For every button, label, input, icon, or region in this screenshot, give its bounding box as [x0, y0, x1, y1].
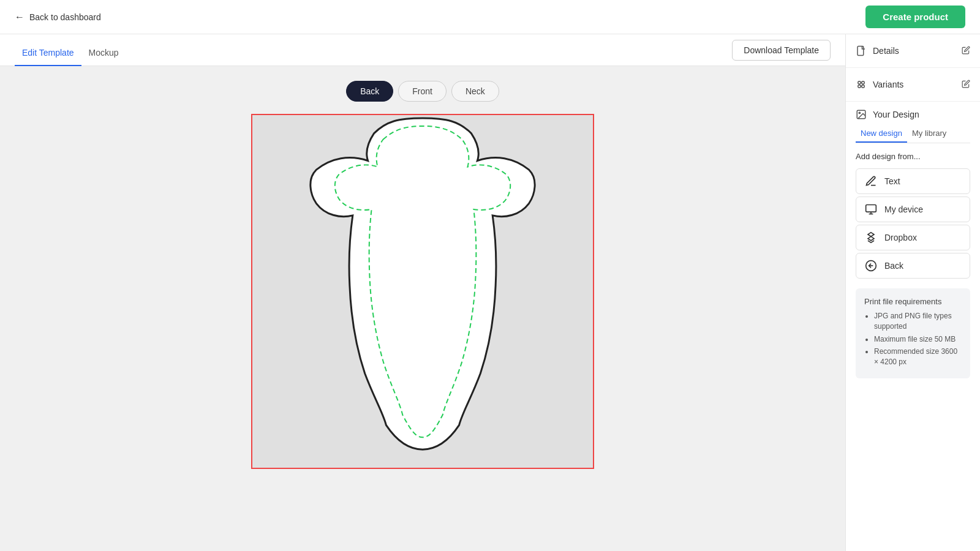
sidebar: Details Variants [845, 34, 980, 551]
sidebar-item-details[interactable]: Details [856, 42, 970, 60]
view-buttons: Back Front Neck [346, 81, 499, 102]
details-label: Details [873, 46, 899, 56]
back-option-label: Back [884, 261, 903, 271]
canvas-area: Back Front Neck [0, 66, 845, 551]
tab-mockup[interactable]: Mockup [81, 48, 126, 66]
main-layout: Edit Template Mockup Download Template B… [0, 34, 980, 551]
design-tab-new[interactable]: New design [856, 125, 907, 143]
sidebar-section-variants: Variants [846, 68, 980, 102]
text-option-label: Text [884, 176, 900, 186]
print-req-item-3: Recommended size 3600 × 4200 px [874, 347, 962, 367]
back-circle-icon [865, 260, 877, 272]
sidebar-item-variants[interactable]: Variants [856, 75, 970, 94]
variants-label: Variants [873, 80, 903, 89]
design-option-dropbox[interactable]: Dropbox [856, 225, 970, 250]
svg-point-7 [859, 112, 860, 113]
svg-rect-8 [866, 205, 876, 212]
top-nav: ← Back to dashboard Create product [0, 0, 980, 34]
your-design-section: Your Design New design My library Add de… [846, 102, 980, 281]
print-requirements: Print file requirements JPG and PNG file… [856, 288, 970, 378]
your-design-label: Your Design [873, 110, 919, 119]
print-req-item-1: JPG and PNG file types supported [874, 311, 962, 332]
svg-rect-1 [858, 47, 864, 56]
garment-svg [252, 115, 593, 468]
svg-point-5 [862, 85, 865, 88]
document-icon [856, 45, 867, 56]
back-to-dashboard-label: Back to dashboard [29, 12, 101, 22]
dropbox-option-label: Dropbox [884, 233, 917, 242]
my-device-option-label: My device [884, 204, 923, 214]
template-canvas [251, 114, 594, 469]
design-tab-library[interactable]: My library [907, 125, 951, 143]
sidebar-section-details: Details [846, 34, 980, 68]
variants-icon [856, 79, 867, 90]
design-option-my-device[interactable]: My device [856, 197, 970, 222]
your-design-header: Your Design [846, 102, 980, 120]
design-tabs: New design My library [856, 125, 970, 143]
content-area: Edit Template Mockup Download Template B… [0, 34, 845, 551]
add-design-from-label: Add design from... [846, 143, 980, 166]
design-option-back[interactable]: Back [856, 253, 970, 279]
tabs: Edit Template Mockup [15, 34, 126, 66]
dropbox-icon [865, 231, 877, 244]
svg-point-4 [858, 85, 861, 88]
your-design-icon [856, 109, 867, 120]
print-req-item-2: Maximum file size 50 MB [874, 334, 962, 345]
svg-point-2 [858, 81, 861, 84]
monitor-icon [865, 203, 877, 216]
back-to-dashboard-link[interactable]: ← Back to dashboard [15, 12, 101, 23]
variants-edit-icon[interactable] [962, 80, 970, 90]
tab-edit-template[interactable]: Edit Template [15, 48, 81, 66]
download-template-button[interactable]: Download Template [732, 40, 831, 61]
view-front-button[interactable]: Front [398, 81, 447, 102]
view-back-button[interactable]: Back [346, 81, 393, 102]
details-edit-icon[interactable] [962, 46, 970, 56]
print-req-list: JPG and PNG file types supported Maximum… [864, 311, 962, 367]
pencil-icon [865, 175, 877, 187]
back-arrow-icon: ← [15, 12, 24, 23]
svg-point-3 [862, 81, 865, 84]
create-product-button[interactable]: Create product [865, 6, 965, 28]
print-req-title: Print file requirements [864, 297, 962, 306]
design-option-text[interactable]: Text [856, 168, 970, 194]
tab-bar: Edit Template Mockup Download Template [0, 34, 845, 66]
view-neck-button[interactable]: Neck [451, 81, 499, 102]
